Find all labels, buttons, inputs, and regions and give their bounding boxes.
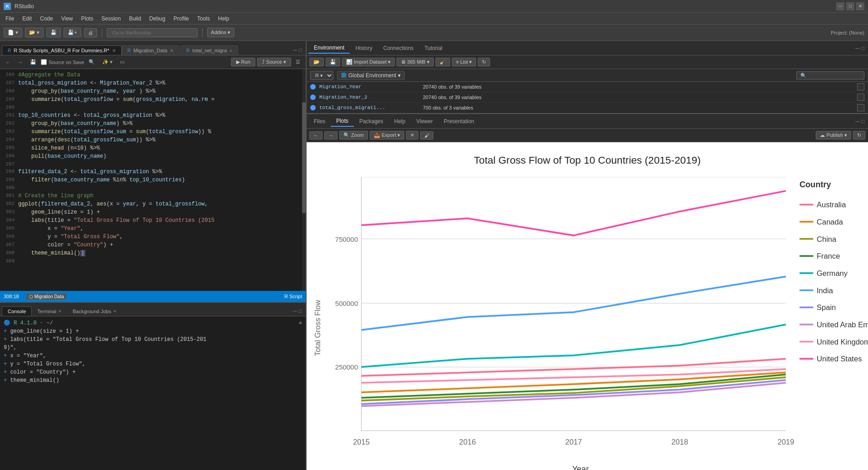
source-on-save-checkbox[interactable] — [41, 59, 47, 65]
print-button[interactable]: 🖨 — [84, 28, 97, 37]
new-file-button[interactable]: 📄 ▾ — [4, 28, 22, 37]
goto-file-input[interactable] — [107, 28, 198, 37]
env-row-total-gross[interactable]: total_gross_migrati... 700 obs. of 3 var… — [307, 103, 868, 113]
menu-tools[interactable]: Tools — [193, 15, 213, 23]
console-clear-button[interactable]: ✕ — [299, 319, 302, 327]
editor-status-right: R Script — [284, 294, 302, 299]
list-button[interactable]: ≡ List ▾ — [452, 58, 476, 66]
zoom-button[interactable]: 🔍 Zoom — [339, 131, 368, 140]
maximize-button[interactable]: □ — [846, 2, 854, 10]
publish-button[interactable]: ☁ Publish ▾ — [816, 131, 851, 140]
menu-code[interactable]: Code — [36, 15, 57, 23]
open-file-button[interactable]: 📂 ▾ — [25, 28, 44, 37]
env-tab-environment[interactable]: Environment — [308, 43, 350, 54]
global-env-selector[interactable]: 🌐 Global Environment ▾ — [337, 71, 405, 80]
console-collapse-button[interactable]: ─ — [293, 308, 297, 314]
var-checkbox-1[interactable] — [857, 83, 864, 90]
env-tab-history[interactable]: History — [350, 43, 377, 53]
editor-forward-button[interactable]: → — [15, 59, 25, 66]
legend-label-india: India — [817, 286, 833, 295]
plot-tab-packages[interactable]: Packages — [354, 116, 389, 126]
menu-profile[interactable]: Profile — [170, 15, 193, 23]
env-collapse-button[interactable]: ─ — [855, 45, 859, 51]
close-tab-migration-data[interactable]: ✕ — [170, 48, 174, 53]
menu-build[interactable]: Build — [125, 15, 145, 23]
r-path-text: · ~/ — [40, 320, 53, 326]
editor-save-file-button[interactable]: 💾 — [27, 58, 39, 66]
refresh-plot-button[interactable]: ↻ — [853, 131, 865, 140]
menu-edit[interactable]: Edit — [19, 15, 35, 23]
plot-collapse-button[interactable]: ─ — [855, 118, 859, 125]
close-button[interactable]: ✕ — [856, 2, 864, 10]
plot-forward-button[interactable]: → — [324, 131, 337, 140]
import-dataset-button[interactable]: 📊 Import Dataset ▾ — [342, 58, 395, 66]
close-tab-r-study[interactable]: ✕ — [112, 48, 116, 53]
menu-file[interactable]: File — [2, 15, 18, 23]
tab-collapse-button[interactable]: ─ — [293, 47, 297, 53]
source-on-save-label[interactable]: Source on Save — [41, 59, 84, 65]
brush-button[interactable]: 🖌 — [420, 131, 433, 140]
search-code-button[interactable]: 🔍 — [86, 58, 98, 66]
code-line-307: 307 color = "Country") + — [0, 241, 306, 249]
editor-scrollbar[interactable] — [302, 69, 306, 291]
editor-back-button[interactable]: ← — [3, 59, 13, 66]
minimize-button[interactable]: ─ — [836, 2, 844, 10]
env-search-input[interactable] — [796, 71, 864, 80]
clear-env-button[interactable]: 🧹 — [436, 58, 450, 66]
window-controls[interactable]: ─ □ ✕ — [836, 2, 864, 10]
bg-jobs-close-icon[interactable]: ✕ — [113, 309, 117, 314]
export-button[interactable]: 📤 Export ▾ — [370, 131, 404, 140]
menu-debug[interactable]: Debug — [146, 15, 169, 23]
var-checkbox-2[interactable] — [857, 94, 864, 101]
menu-help[interactable]: Help — [214, 15, 233, 23]
clear-plot-button[interactable]: ✕ — [406, 131, 418, 140]
var-checkbox-3[interactable] — [857, 104, 864, 111]
env-row-migration-year[interactable]: Migration_Year 20740 obs. of 39 variable… — [307, 82, 868, 92]
load-workspace-button[interactable]: 📂 — [309, 58, 324, 66]
console-tab-background-jobs[interactable]: Background Jobs ✕ — [67, 307, 122, 316]
magic-wand-button[interactable]: ✨ ▾ — [99, 58, 115, 66]
plot-toolbar: ← → 🔍 Zoom 📤 Export ▾ ✕ 🖌 ☁ Publish ▾ ↻ — [307, 129, 868, 142]
console-tab-terminal[interactable]: Terminal ✕ — [32, 307, 67, 316]
save-button[interactable]: 💾 — [46, 28, 61, 37]
save-workspace-button[interactable]: 💾 — [326, 58, 340, 66]
menu-plots[interactable]: Plots — [78, 15, 97, 23]
editor-scrollbar-thumb[interactable] — [302, 102, 306, 213]
editor-tab-r-study[interactable]: R R Study Scripts_ASBU_R For Dummies.R* … — [2, 45, 122, 55]
editor-menu-button[interactable]: ☰ — [293, 58, 303, 66]
plot-tab-help[interactable]: Help — [389, 116, 411, 126]
env-row-migration-year-2[interactable]: Migration_Year_2 20740 obs. of 39 variab… — [307, 92, 868, 103]
console-line-3: 9)", — [4, 344, 302, 352]
plot-back-button[interactable]: ← — [309, 131, 322, 140]
terminal-close-icon[interactable]: ✕ — [58, 309, 62, 314]
plot-tab-files[interactable]: Files — [308, 116, 331, 126]
code-editor[interactable]: 286 #Aggregate the Data 287 total_gross_… — [0, 69, 306, 291]
r-file-icon: R — [8, 48, 11, 53]
menu-view[interactable]: View — [58, 15, 77, 23]
editor-tab-migration-data[interactable]: R Migration_Data ✕ — [122, 45, 180, 55]
plot-expand-button[interactable]: □ — [861, 118, 864, 125]
save-all-button[interactable]: 💾+ — [64, 28, 81, 37]
x-tick-2018: 2018 — [671, 438, 688, 446]
console-expand-button[interactable]: □ — [299, 308, 302, 314]
code-line-298: 298 filtered_data_2 <- total_gross_migra… — [0, 168, 306, 176]
format-button[interactable]: ▭ — [117, 58, 127, 66]
addins-button[interactable]: Addins ▾ — [207, 28, 235, 37]
source-button[interactable]: ⤴ Source ▾ — [257, 58, 291, 66]
plot-tab-presentation[interactable]: Presentation — [438, 116, 480, 126]
env-expand-button[interactable]: □ — [861, 45, 864, 51]
r-engine-select[interactable]: R ▾ — [310, 71, 333, 80]
memory-button[interactable]: 🖥 365 MiB ▾ — [397, 58, 433, 66]
env-tab-connections[interactable]: Connections — [378, 43, 419, 53]
plot-tab-viewer[interactable]: Viewer — [411, 116, 438, 126]
refresh-env-button[interactable]: ↻ — [478, 58, 490, 66]
menu-session[interactable]: Session — [98, 15, 124, 23]
plot-tab-plots[interactable]: Plots — [331, 116, 354, 127]
run-button[interactable]: ▶ Run — [231, 58, 255, 66]
editor-tab-total-net[interactable]: R total_net_migra » — [180, 45, 238, 55]
console-tab-console[interactable]: Console — [2, 306, 32, 316]
close-tab-total-net[interactable]: » — [229, 48, 232, 53]
var-name-total-gross: total_gross_migrati... — [319, 105, 419, 110]
env-tab-tutorial[interactable]: Tutorial — [419, 43, 448, 53]
tab-expand-button[interactable]: □ — [299, 47, 302, 53]
